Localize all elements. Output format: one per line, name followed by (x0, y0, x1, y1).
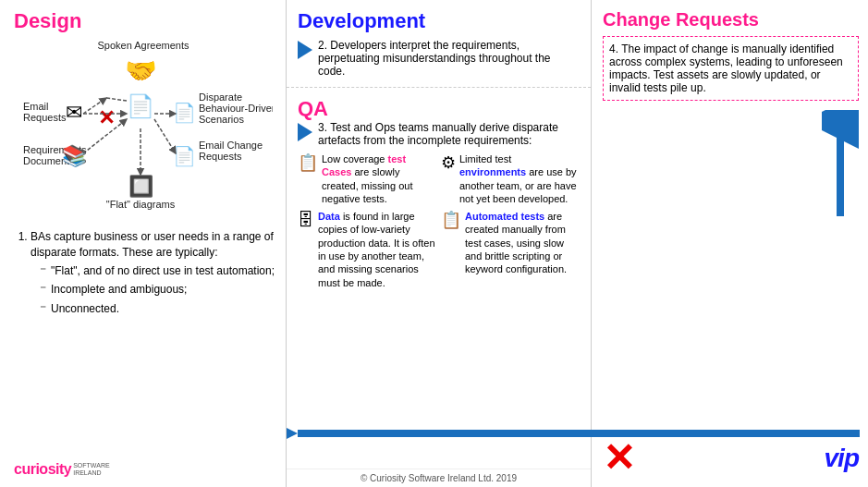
req-docs-icon: 📚 (62, 143, 88, 168)
qa-intro: 3. Test and Ops teams manually derive di… (298, 121, 580, 147)
cr-qa-items (603, 226, 859, 432)
red-x-diagram: ✕ (98, 106, 115, 129)
test-cases-icon: 📋 (298, 152, 318, 174)
change-requests-title: Change Requests (603, 9, 859, 30)
change-requests-content: 4. The impact of change is manually iden… (603, 36, 859, 101)
design-title: Design (14, 9, 276, 33)
email-icon: ✉ (66, 101, 82, 124)
data-icon: 🗄 (298, 210, 314, 231)
logo-curiosity-text: curiosity (14, 461, 71, 478)
qa-items-grid: 📋 Low coverage test Cases are slowly cre… (298, 152, 580, 289)
design-sub-item-3: Unconnected. (40, 301, 276, 317)
development-qa-column: Development 2. Developers interpret the … (287, 0, 592, 487)
footer-right: ✕ vip (603, 432, 859, 478)
environments-icon: ⚙ (441, 152, 456, 174)
development-item: 2. Developers interpret the requirements… (298, 39, 580, 78)
design-sub-item-1: "Flat", and of no direct use in test aut… (40, 263, 276, 279)
qa-arrow (298, 123, 312, 141)
design-points: BAs capture business or user needs in a … (14, 229, 276, 321)
up-arrow (822, 110, 859, 221)
svg-text:Requests: Requests (199, 151, 242, 162)
up-arrow-container (603, 110, 859, 221)
design-sub-item-2: Incomplete and ambiguous; (40, 282, 276, 298)
design-sub-list: "Flat", and of no direct use in test aut… (31, 263, 276, 317)
qa-item-automated: 📋 Automated tests are created manually f… (441, 210, 580, 289)
spoken-agreements-label: Spoken Agreements (97, 40, 189, 51)
dev-arrow (298, 41, 312, 59)
qa-title: QA (298, 97, 580, 121)
svg-text:Requests: Requests (23, 112, 67, 123)
copyright: © Curiosity Software Ireland Ltd. 2019 (287, 469, 591, 487)
center-doc-icon: 📄 (127, 92, 154, 119)
design-point-1: BAs capture business or user needs in a … (31, 229, 276, 317)
curiosity-logo: curiosity SOFTWARE IRELAND (14, 461, 110, 478)
big-red-x: ✕ (603, 439, 635, 478)
email-requests-label: Email (23, 101, 49, 112)
main-container: Design Spoken Agreements 🤝 Email Request… (0, 0, 868, 487)
development-title: Development (298, 9, 580, 33)
svg-line-15 (106, 98, 127, 101)
vip-logo: vip (825, 444, 859, 473)
design-column: Design Spoken Agreements 🤝 Email Request… (0, 0, 287, 487)
qa-item-test-cases: 📋 Low coverage test Cases are slowly cre… (298, 152, 436, 205)
qa-section: QA 3. Test and Ops teams manually derive… (287, 88, 591, 469)
design-diagram: Spoken Agreements 🤝 Email Requests ✉ 📄 D… (14, 38, 273, 227)
change-requests-column: Change Requests 4. The impact of change … (592, 0, 868, 487)
svg-text:"Flat" diagrams: "Flat" diagrams (106, 199, 176, 210)
svg-text:Email Change: Email Change (199, 140, 263, 151)
handshake-icon: 🤝 (125, 55, 157, 86)
svg-text:Scenarios: Scenarios (199, 114, 244, 125)
flat-diagram-icon: 🔲 (128, 174, 154, 199)
logo-area: curiosity SOFTWARE IRELAND (14, 457, 276, 478)
logo-software-ireland: SOFTWARE IRELAND (73, 462, 109, 478)
qa-item-data: 🗄 Data is found in large copies of low-v… (298, 210, 436, 289)
development-text: 2. Developers interpret the requirements… (318, 39, 580, 78)
email-change-icon: 📄 (173, 145, 196, 167)
qa-item-environments: ⚙ Limited test environments are use by a… (441, 152, 580, 205)
svg-text:Behaviour-Driven: Behaviour-Driven (199, 103, 273, 114)
automated-icon: 📋 (441, 210, 461, 231)
development-section: Development 2. Developers interpret the … (287, 0, 591, 88)
svg-text:Disparate: Disparate (199, 91, 242, 103)
svg-line-12 (154, 119, 176, 153)
right-doc-icon: 📄 (173, 102, 196, 124)
